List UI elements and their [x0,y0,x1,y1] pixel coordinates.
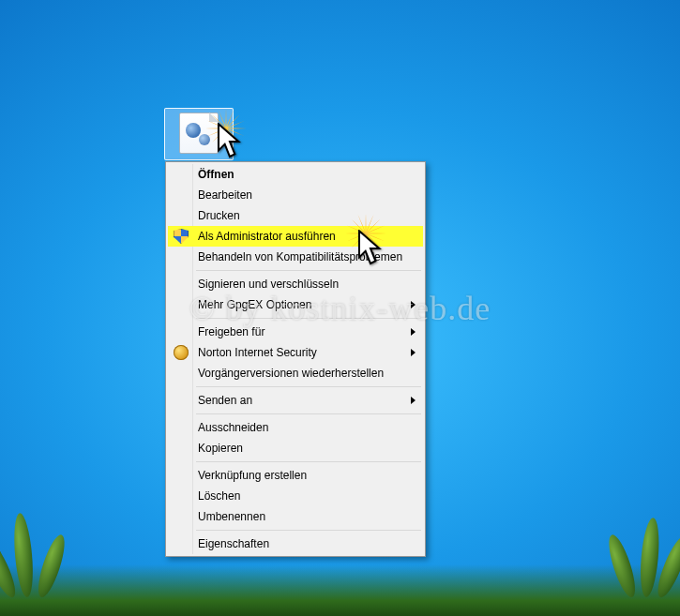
menu-label: Löschen [198,489,240,503]
menu-edit[interactable]: Bearbeiten [168,185,423,205]
menu-separator [196,270,421,271]
menu-rename[interactable]: Umbenennen [168,506,423,527]
menu-label: Drucken [198,209,240,222]
menu-label: Senden an [198,394,252,407]
menu-label: Als Administrator ausführen [198,230,336,243]
menu-separator [196,318,421,319]
menu-label: Freigeben für [198,325,264,338]
menu-run-as-admin[interactable]: Als Administrator ausführen [168,226,423,247]
submenu-arrow-icon [411,397,416,404]
menu-label: Norton Internet Security [198,346,317,359]
menu-norton[interactable]: Norton Internet Security [168,342,423,363]
grass-decor [0,564,680,616]
menu-gpgex[interactable]: Mehr GpgEX Optionen [168,294,423,315]
submenu-arrow-icon [411,349,416,356]
gear-icon [199,134,210,145]
norton-icon [174,345,189,360]
menu-label: Behandeln von Kompatibilitätsproblemen [198,250,402,263]
menu-separator [196,461,421,462]
menu-label: Verknüpfung erstellen [198,469,307,482]
menu-compat[interactable]: Behandeln von Kompatibilitätsproblemen [168,247,423,267]
submenu-arrow-icon [411,301,416,308]
menu-print[interactable]: Drucken [168,205,423,226]
gear-icon [186,123,201,138]
menu-label: Mehr GpgEX Optionen [198,298,311,311]
bat-file-icon [179,113,219,154]
menu-delete[interactable]: Löschen [168,486,423,506]
menu-share[interactable]: Freigeben für [168,322,423,342]
menu-separator [196,386,421,387]
menu-previous-versions[interactable]: Vorgängerversionen wiederherstellen [168,363,423,383]
menu-label: Öffnen [198,168,234,181]
menu-properties[interactable]: Eigenschaften [168,533,423,554]
menu-open[interactable]: Öffnen [168,164,423,185]
menu-label: Bearbeiten [198,188,252,202]
submenu-arrow-icon [411,328,416,336]
menu-cut[interactable]: Ausschneiden [168,417,423,438]
menu-label: Ausschneiden [198,421,268,434]
menu-create-shortcut[interactable]: Verknüpfung erstellen [168,465,423,486]
menu-label: Kopieren [198,442,243,455]
desktop-icon-selected[interactable] [164,108,234,160]
menu-label: Umbenennen [198,510,265,523]
menu-label: Signieren und verschlüsseln [198,278,339,291]
menu-separator [196,530,421,531]
menu-copy[interactable]: Kopieren [168,438,423,458]
menu-separator [196,413,421,414]
menu-label: Eigenschaften [198,537,269,550]
menu-sign-encrypt[interactable]: Signieren und verschlüsseln [168,274,423,294]
desktop[interactable]: © by kostnix-web.de Öffnen Bearbeiten Dr… [0,0,680,616]
menu-send-to[interactable]: Senden an [168,390,423,411]
context-menu: Öffnen Bearbeiten Drucken Als Administra… [165,161,426,557]
menu-label: Vorgängerversionen wiederherstellen [198,367,384,380]
uac-shield-icon [174,229,189,244]
